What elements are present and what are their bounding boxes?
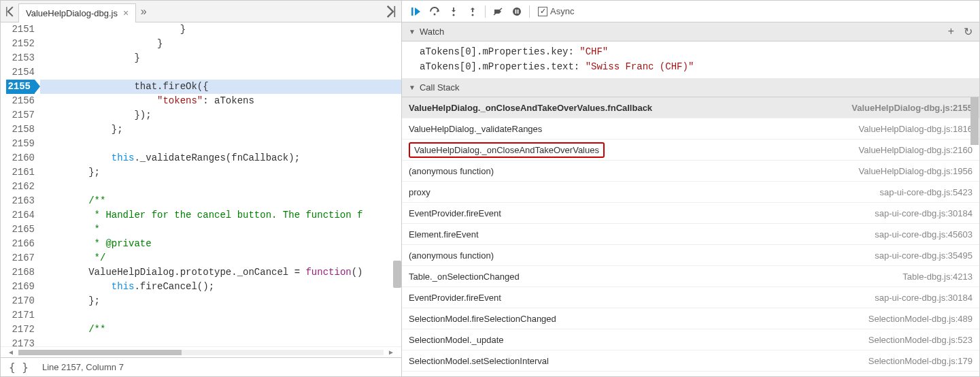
refresh-watch-button[interactable]: ↻ (964, 25, 973, 38)
step-over-button[interactable] (425, 3, 444, 20)
collapse-icon: ▼ (409, 84, 416, 91)
callstack-row[interactable]: SelectionModel._updateSelectionModel-dbg… (402, 329, 979, 350)
line-number: 2158 (6, 122, 35, 137)
line-number: 2162 (6, 180, 35, 194)
callstack-row[interactable]: Element.fireEventsap-ui-core-dbg.js:4560… (402, 224, 979, 245)
step-out-button[interactable] (463, 3, 482, 20)
svg-point-7 (513, 7, 521, 16)
svg-point-4 (453, 14, 455, 16)
deactivate-breakpoints-button[interactable] (488, 3, 507, 20)
watch-body: aTokens[0].mProperties.key: "CHF" aToken… (402, 42, 979, 78)
line-number: 2164 (6, 208, 35, 223)
code-body[interactable]: } } } that.fireOk({ "tokens": aTokens })… (40, 22, 401, 346)
debug-toolbar: ✓ Async (402, 1, 979, 22)
code-line (40, 337, 401, 346)
callstack-row[interactable]: EventProvider.fireEventsap-ui-core-dbg.j… (402, 287, 979, 308)
callstack-frame-location: sap-ui-core-dbg.js:45603 (875, 229, 973, 240)
watch-title: Watch (420, 27, 444, 37)
editor-scrollbar-horizontal[interactable]: ◄ ► (1, 346, 401, 357)
code-editor[interactable]: 2151 2152 2153 2154 2155 2156 2157 2158 … (1, 22, 401, 346)
line-number: 2160 (6, 151, 35, 165)
status-bar: { } Line 2157, Column 7 (1, 357, 401, 376)
tab-prev-button[interactable] (3, 4, 18, 19)
pause-exceptions-button[interactable] (507, 3, 526, 20)
step-into-button[interactable] (444, 3, 463, 20)
callstack-row[interactable]: EventProvider.fireEventsap-ui-core-dbg.j… (402, 203, 979, 224)
line-number: 2165 (6, 223, 35, 237)
callstack-frame-name: ValueHelpDialog._validateRanges (409, 124, 859, 134)
line-number: 2171 (6, 308, 35, 323)
editor-pane: ValueHelpDialog-dbg.js × » 2151 2152 215… (1, 1, 402, 376)
callstack-row[interactable]: SelectionModel.fireSelectionChangedSelec… (402, 308, 979, 329)
line-gutter: 2151 2152 2153 2154 2155 2156 2157 2158 … (1, 22, 40, 346)
tab-overflow-button[interactable]: » (136, 5, 151, 18)
line-number: 2173 (6, 337, 35, 346)
breakpoint-line-number[interactable]: 2155 (6, 80, 35, 94)
tab-close-icon[interactable]: × (123, 8, 129, 18)
line-number: 2166 (6, 237, 35, 251)
svg-rect-8 (516, 10, 517, 14)
line-number: 2161 (6, 165, 35, 180)
code-line: }; (40, 165, 401, 180)
code-line: "tokens": aTokens (40, 94, 401, 108)
watch-header[interactable]: ▼ Watch + ↻ (402, 22, 979, 42)
code-line (40, 180, 401, 194)
svg-point-5 (472, 14, 474, 16)
callstack-title: Call Stack (420, 82, 460, 93)
svg-rect-0 (6, 7, 7, 16)
callstack-frame-location: SelectionModel-dbg.js:523 (868, 335, 973, 345)
editor-scrollbar-vertical[interactable] (392, 22, 401, 346)
svg-rect-9 (518, 10, 519, 14)
code-line: this._validateRanges(fnCallback); (40, 151, 401, 165)
watch-item[interactable]: aTokens[0].mProperties.key: "CHF" (420, 44, 967, 59)
code-line: ValueHelpDialog.prototype._onCancel = fu… (40, 265, 401, 280)
line-number: 2156 (6, 94, 35, 108)
code-line: }; (40, 122, 401, 137)
callstack-row[interactable]: (anonymous function)ValueHelpDialog-dbg.… (402, 161, 979, 182)
resume-button[interactable] (406, 3, 425, 20)
add-watch-button[interactable]: + (948, 25, 954, 38)
line-number: 2163 (6, 194, 35, 208)
svg-point-3 (434, 13, 436, 15)
code-line: } (40, 51, 401, 65)
callstack-row[interactable]: ValueHelpDialog._validateRangesValueHelp… (402, 118, 979, 140)
callstack-frame-location: ValueHelpDialog-dbg.js:2160 (859, 145, 973, 155)
line-number: 2151 (6, 22, 35, 37)
callstack-header[interactable]: ▼ Call Stack (402, 78, 979, 97)
async-checkbox[interactable]: ✓ Async (538, 6, 574, 16)
code-line: /** (40, 194, 401, 208)
callstack-frame-location: ValueHelpDialog-dbg.js:2155 (851, 103, 973, 113)
scroll-left-icon[interactable]: ◄ (7, 348, 14, 356)
line-number: 2169 (6, 280, 35, 294)
callstack-row[interactable]: proxysap-ui-core-dbg.js:5423 (402, 182, 979, 203)
scroll-right-icon[interactable]: ► (388, 348, 394, 356)
callstack-frame-location: sap-ui-core-dbg.js:30184 (875, 293, 973, 303)
code-line (40, 308, 401, 323)
callstack-frame-name: SelectionModel.fireSelectionChanged (409, 314, 868, 324)
callstack-row[interactable]: ValueHelpDialog._onCloseAndTakeOverValue… (402, 140, 979, 161)
pretty-print-icon[interactable]: { } (9, 361, 29, 374)
callstack-row[interactable]: SelectionModel.setSelectionIntervalSelec… (402, 350, 979, 372)
tab-next-button[interactable] (381, 4, 399, 19)
callstack-scrollbar-vertical[interactable] (970, 97, 979, 376)
line-number: 2157 (6, 108, 35, 122)
collapse-icon: ▼ (409, 28, 416, 35)
line-number: 2172 (6, 323, 35, 337)
callstack-frame-location: ValueHelpDialog-dbg.js:1956 (859, 166, 973, 176)
code-line: /** (40, 323, 401, 337)
code-line (40, 65, 401, 80)
watch-item[interactable]: aTokens[0].mProperties.text: "Swiss Fran… (420, 59, 967, 74)
callstack-frame-name: SelectionModel._update (409, 335, 868, 345)
callstack-frame-name: ValueHelpDialog._onCloseAndTakeOverValue… (409, 142, 859, 158)
svg-rect-2 (411, 7, 413, 16)
callstack-row[interactable]: (anonymous function)sap-ui-core-dbg.js:3… (402, 245, 979, 266)
tab-label: ValueHelpDialog-dbg.js (26, 8, 118, 18)
code-line: }; (40, 294, 401, 308)
debugger-pane: ✓ Async ▼ Watch + ↻ aTokens[0].mProperti… (402, 1, 979, 376)
callstack-frame-name: (anonymous function) (409, 250, 875, 261)
callstack-row[interactable]: ValueHelpDialog._onCloseAndTakeOverValue… (402, 97, 979, 118)
callstack-body: ValueHelpDialog._onCloseAndTakeOverValue… (402, 97, 979, 376)
line-number: 2152 (6, 37, 35, 51)
callstack-row[interactable]: Table._onSelectionChangedTable-dbg.js:42… (402, 266, 979, 287)
tab-file[interactable]: ValueHelpDialog-dbg.js × (18, 3, 136, 22)
